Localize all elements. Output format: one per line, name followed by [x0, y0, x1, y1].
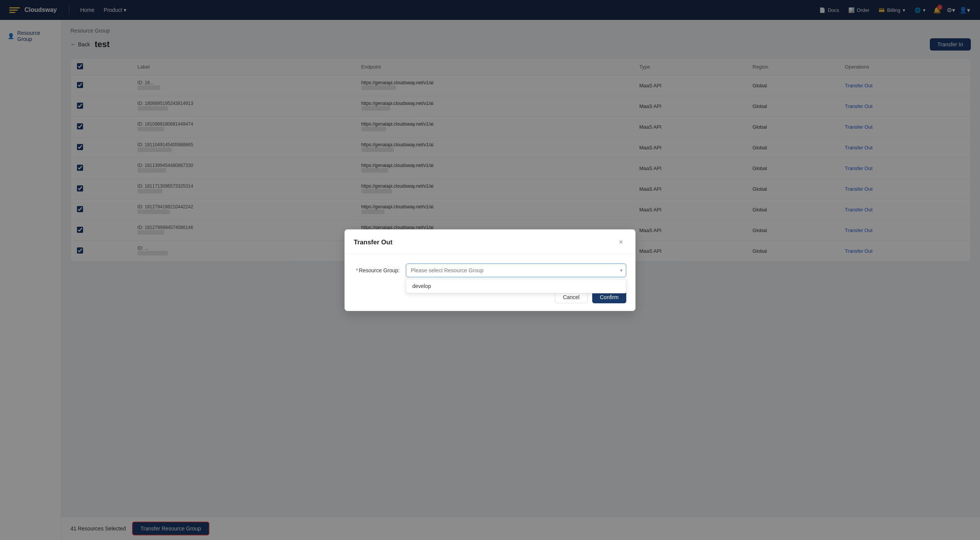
dropdown-menu: develop — [406, 279, 626, 293]
resource-group-select[interactable] — [406, 263, 626, 277]
required-star: * — [356, 267, 358, 273]
resource-group-select-wrapper: ▾ develop — [406, 263, 626, 277]
transfer-out-modal: Transfer Out × * Resource Group: ▾ devel… — [345, 229, 635, 311]
modal-header: Transfer Out × — [345, 229, 635, 254]
modal-overlay[interactable]: Transfer Out × * Resource Group: ▾ devel… — [0, 0, 980, 540]
modal-title: Transfer Out — [354, 239, 392, 246]
dropdown-option-develop[interactable]: develop — [406, 279, 626, 293]
resource-group-label: * Resource Group: — [354, 267, 400, 273]
modal-body: * Resource Group: ▾ develop — [345, 254, 635, 286]
modal-close-button[interactable]: × — [616, 237, 626, 248]
form-row-resource-group: * Resource Group: ▾ develop — [354, 263, 626, 277]
